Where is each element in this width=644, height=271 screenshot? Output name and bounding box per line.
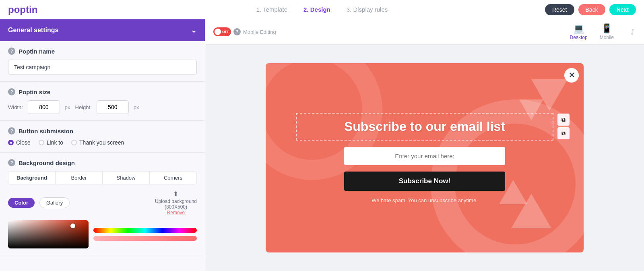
popup-title: Subscribe to our email list (313, 119, 537, 134)
help-icon-btn: ? (8, 127, 15, 134)
upload-bg-label: Upload background (155, 199, 197, 204)
button-submission-section: ? Button submission Close Link to Thank … (0, 121, 205, 153)
expand-button[interactable]: ⤣ (627, 27, 638, 37)
remove-link[interactable]: Remove (167, 210, 185, 215)
tab-shadow[interactable]: Shadow (103, 172, 150, 184)
background-tabs: Background Border Shadow Corners (8, 171, 197, 184)
hue-sliders (93, 220, 197, 248)
desktop-button[interactable]: 💻 Desktop (570, 23, 588, 40)
size-row: Width: px Height: px (8, 100, 197, 114)
radio-close[interactable]: Close (8, 139, 31, 146)
mobile-icon: 📱 (601, 23, 612, 34)
mobile-label: Mobile (600, 35, 614, 40)
mobile-editing-toggle[interactable]: ? Mobile Editing (213, 27, 276, 36)
poptin-name-label: Poptin name (19, 48, 55, 55)
mobile-editing-label: Mobile Editing (243, 29, 276, 35)
resize-action-button[interactable]: ⧉ (557, 127, 570, 139)
radio-dot-link (39, 140, 44, 145)
step-design: 2. Design (303, 6, 330, 13)
preview-toolbar: ? Mobile Editing 💻 Desktop 📱 Mobile ⤣ (205, 19, 644, 45)
radio-thank-you[interactable]: Thank you screen (71, 139, 124, 146)
close-label: Close (16, 139, 31, 146)
color-gradient-box[interactable] (8, 220, 89, 248)
popup-title-box[interactable]: Subscribe to our email list (296, 113, 553, 141)
help-icon-bg: ? (8, 159, 15, 166)
mobile-button[interactable]: 📱 Mobile (600, 23, 614, 40)
tab-background[interactable]: Background (8, 172, 56, 184)
help-icon-mobile: ? (233, 28, 241, 35)
copy-action-button[interactable]: ⧉ (557, 114, 570, 126)
popup-close-button[interactable]: ✕ (564, 68, 579, 83)
tab-corners[interactable]: Corners (150, 172, 196, 184)
width-label: Width: (8, 104, 23, 110)
upload-icon: ⬆ (173, 190, 178, 198)
general-settings-header[interactable]: General settings ⌄ (0, 19, 205, 41)
popup-container: ✕ Subscribe to our email list ⧉ ⧉ Subscr… (266, 63, 584, 252)
desktop-label: Desktop (570, 35, 588, 40)
radio-link-to[interactable]: Link to (39, 139, 63, 146)
background-design-title: ? Background design (8, 159, 197, 166)
height-label: Height: (75, 104, 92, 110)
popup-disclaimer: We hate spam. You can unsubscribe anytim… (372, 197, 478, 203)
background-design-section: ? Background design Background Border Sh… (0, 153, 205, 255)
background-design-label: Background design (19, 159, 75, 166)
tab-border[interactable]: Border (56, 172, 103, 184)
color-gallery-row: Color Gallery ⬆ Upload background (800X5… (8, 190, 197, 215)
radio-dot-thankyou (71, 140, 77, 145)
popup-title-actions: ⧉ ⧉ (557, 114, 570, 139)
radio-dot-close (8, 140, 14, 145)
help-icon-size: ? (8, 88, 15, 95)
poptin-name-section: ? Poptin name (0, 41, 205, 82)
nav-buttons: Reset Back Next (545, 4, 636, 15)
hue-slider[interactable] (93, 228, 197, 233)
step-display-rules: 3. Display rules (347, 6, 388, 13)
height-input[interactable] (97, 100, 129, 114)
poptin-name-input[interactable] (8, 60, 197, 75)
poptin-name-title: ? Poptin name (8, 48, 197, 55)
thank-you-label: Thank you screen (79, 139, 124, 146)
height-px: px (134, 104, 139, 110)
back-button[interactable]: Back (578, 4, 605, 15)
popup-title-wrapper: Subscribe to our email list ⧉ ⧉ (296, 113, 553, 141)
poptin-size-title: ? Poptin size (8, 88, 197, 95)
alpha-slider[interactable] (93, 236, 197, 241)
width-px: px (65, 104, 70, 110)
logo: poptin (8, 4, 37, 15)
poptin-size-section: ? Poptin size Width: px Height: px (0, 82, 205, 121)
right-panel: ? Mobile Editing 💻 Desktop 📱 Mobile ⤣ (205, 19, 644, 271)
toggle-switch-off[interactable] (213, 27, 231, 36)
color-toggle[interactable]: Color (8, 198, 35, 208)
upload-size-label: (800X500) (165, 204, 187, 210)
help-icon: ? (8, 48, 15, 55)
steps: 1. Template 2. Design 3. Display rules (256, 6, 388, 13)
left-panel: General settings ⌄ ? Poptin name ? Popti… (0, 19, 205, 271)
button-submission-title: ? Button submission (8, 127, 197, 134)
popup-submit-button[interactable]: Subscribe Now! (344, 172, 505, 191)
step-template: 1. Template (256, 6, 287, 13)
chevron-down-icon: ⌄ (191, 26, 197, 35)
switch-knob (215, 29, 221, 35)
width-input[interactable] (28, 100, 60, 114)
upload-background[interactable]: ⬆ Upload background (800X500) Remove (155, 190, 197, 215)
desktop-icon: 💻 (573, 23, 584, 34)
link-to-label: Link to (47, 139, 63, 146)
popup-email-input[interactable] (344, 147, 505, 165)
color-picker-area (8, 220, 197, 248)
radio-group: Close Link to Thank you screen (8, 139, 197, 146)
top-nav: poptin 1. Template 2. Design 3. Display … (0, 0, 644, 19)
general-settings-label: General settings (8, 27, 58, 34)
preview-area: ✕ Subscribe to our email list ⧉ ⧉ Subscr… (205, 45, 644, 271)
main-layout: General settings ⌄ ? Poptin name ? Popti… (0, 19, 644, 271)
button-submission-label: Button submission (19, 128, 73, 134)
poptin-size-label: Poptin size (19, 89, 50, 95)
next-button[interactable]: Next (609, 4, 636, 15)
reset-button[interactable]: Reset (545, 4, 574, 15)
device-group: 💻 Desktop 📱 Mobile (570, 23, 614, 40)
gallery-toggle[interactable]: Gallery (39, 197, 70, 208)
color-handle[interactable] (70, 223, 75, 228)
